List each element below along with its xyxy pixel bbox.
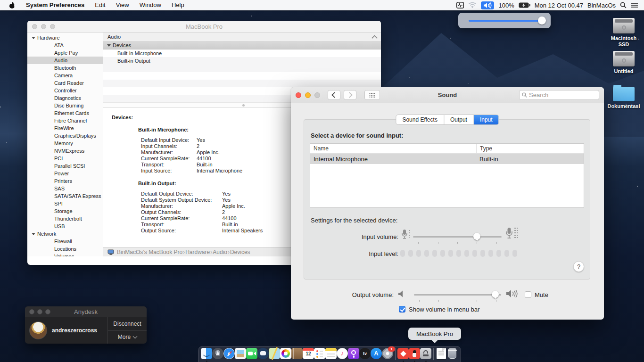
dock-system-preferences[interactable]: 1	[382, 348, 393, 362]
tree-item-graphics-displays[interactable]: Graphics/Displays	[27, 132, 103, 140]
tab-sound-effects[interactable]: Sound Effects	[396, 115, 444, 124]
menu-bar-user[interactable]: BinMacOs	[587, 2, 616, 9]
tab-input[interactable]: Input	[474, 115, 499, 124]
dock-messages[interactable]	[257, 348, 269, 362]
activity-monitor-icon[interactable]	[456, 2, 464, 8]
tree-item-memory[interactable]: Memory	[27, 140, 103, 147]
dock-calendar[interactable]: 12	[303, 348, 314, 362]
dock-anydesk[interactable]	[397, 348, 409, 362]
show-volume-checkbox[interactable]	[399, 306, 405, 313]
tree-item-fibre-channel[interactable]: Fibre Channel	[27, 117, 103, 124]
tree-item-card-reader[interactable]: Card Reader	[27, 79, 103, 87]
input-volume-slider[interactable]	[413, 233, 502, 240]
tree-item-sas[interactable]: SAS	[27, 185, 103, 192]
volume-popover-track[interactable]	[469, 20, 542, 22]
minimize-button[interactable]	[305, 92, 311, 98]
more-button[interactable]: More	[108, 331, 147, 344]
zoom-button[interactable]	[50, 24, 55, 29]
show-all-button[interactable]	[364, 90, 380, 100]
tree-item-camera[interactable]: Camera	[27, 72, 103, 79]
notification-center-icon[interactable]	[631, 2, 638, 8]
zoom-button[interactable]	[314, 92, 320, 98]
dock-podcasts[interactable]	[348, 348, 359, 362]
wifi-icon[interactable]	[468, 2, 477, 8]
close-button[interactable]	[29, 309, 34, 314]
dock-document-macbook-pro[interactable]	[436, 348, 447, 362]
output-volume-slider[interactable]	[414, 291, 501, 298]
anydesk-titlebar[interactable]: Anydesk	[25, 306, 147, 317]
tree-item-nvmexpress[interactable]: NVMExpress	[27, 147, 103, 155]
column-header-name[interactable]: Name	[310, 145, 476, 152]
menu-help[interactable]: Help	[166, 1, 190, 8]
minimize-button[interactable]	[37, 309, 42, 314]
dock-anydesk-linux[interactable]	[409, 348, 420, 362]
dock-finder[interactable]	[201, 348, 212, 362]
sound-titlebar[interactable]: Sound Search	[291, 87, 604, 103]
dock-facetime[interactable]	[246, 348, 257, 362]
column-header-type[interactable]: Type	[476, 144, 584, 153]
tree-item-pci[interactable]: PCI	[27, 155, 103, 162]
dock-preview[interactable]	[235, 348, 246, 362]
tree-item-spi[interactable]: SPI	[27, 200, 103, 207]
tree-item-storage[interactable]: Storage	[27, 207, 103, 215]
dock-music[interactable]: ♪	[337, 348, 348, 362]
tree-item-bluetooth[interactable]: Bluetooth	[27, 64, 103, 72]
tree-item-ethernet-cards[interactable]: Ethernet Cards	[27, 109, 103, 117]
tree-item-firewire[interactable]: FireWire	[27, 124, 103, 132]
help-button[interactable]: ?	[573, 261, 584, 272]
dock-launchpad[interactable]	[212, 348, 223, 362]
tree-item-controller[interactable]: Controller	[27, 87, 103, 94]
minimize-button[interactable]	[41, 24, 46, 29]
device-row-built-in-microphone[interactable]: Built-in Microphone	[103, 49, 381, 57]
dock-tv[interactable]: tv	[359, 348, 371, 362]
device-row-built-in-output[interactable]: Built-in Output	[103, 57, 381, 65]
device-group-row[interactable]: Devices	[103, 41, 381, 49]
menu-view[interactable]: View	[111, 1, 134, 8]
menu-edit[interactable]: Edit	[90, 1, 110, 8]
tree-item-audio[interactable]: Audio	[27, 57, 103, 64]
tree-item-volumes[interactable]: Volumes	[27, 253, 103, 256]
tree-item-parallel-scsi[interactable]: Parallel SCSI	[27, 162, 103, 170]
collapse-chevron-icon[interactable]	[372, 35, 378, 41]
tree-item-diagnostics[interactable]: Diagnostics	[27, 94, 103, 102]
tree-item-ata[interactable]: ATA	[27, 41, 103, 49]
menu-bar-clock[interactable]: Mon 12 Oct 00.47	[535, 2, 583, 9]
tree-section-hardware[interactable]: Hardware	[27, 34, 103, 41]
tree-item-sata-sata-express[interactable]: SATA/SATA Express	[27, 192, 103, 200]
tree-item-printers[interactable]: Printers	[27, 177, 103, 185]
volume-menu-icon[interactable]	[481, 1, 494, 9]
dock-trash[interactable]	[447, 348, 458, 362]
dock-archive-utility[interactable]	[420, 348, 431, 362]
zoom-button[interactable]	[45, 309, 50, 314]
disconnect-button[interactable]: Disconnect	[108, 317, 147, 331]
menu-system-preferences[interactable]: System Preferences	[21, 1, 90, 8]
desktop-icon-dokumentasi[interactable]: Dokumentasi	[605, 85, 642, 109]
close-button[interactable]	[296, 92, 301, 98]
input-volume-knob[interactable]	[473, 233, 480, 240]
tree-item-firewall[interactable]: Firewall	[27, 238, 103, 245]
volume-popover-knob[interactable]	[538, 16, 546, 25]
dock-notes[interactable]	[325, 348, 337, 362]
dock-maps[interactable]	[269, 348, 280, 362]
spotlight-search-icon[interactable]	[620, 2, 627, 8]
tree-item-power[interactable]: Power	[27, 170, 103, 177]
battery-icon[interactable]	[519, 2, 530, 8]
output-volume-knob[interactable]	[492, 291, 499, 298]
forward-button[interactable]	[344, 90, 356, 100]
search-input[interactable]: Search	[519, 90, 599, 100]
desktop-icon-macintosh-ssd[interactable]: Macintosh SSD	[605, 18, 642, 48]
tab-output[interactable]: Output	[444, 115, 474, 124]
mute-checkbox[interactable]	[525, 291, 531, 298]
system-information-titlebar[interactable]: MacBook Pro	[27, 21, 381, 33]
tree-item-locations[interactable]: Locations	[27, 245, 103, 253]
dock-photos[interactable]	[280, 348, 291, 362]
apple-menu-icon[interactable]	[9, 2, 15, 8]
tree-section-network[interactable]: Network	[27, 230, 103, 238]
back-button[interactable]	[328, 90, 340, 100]
dock-appstore[interactable]: A	[371, 348, 382, 362]
menu-window[interactable]: Window	[134, 1, 166, 8]
desktop-icon-untitled[interactable]: Untitled	[605, 51, 642, 74]
tree-item-usb[interactable]: USB	[27, 222, 103, 230]
tree-item-apple-pay[interactable]: Apple Pay	[27, 49, 103, 57]
dock-reminders[interactable]	[314, 348, 325, 362]
